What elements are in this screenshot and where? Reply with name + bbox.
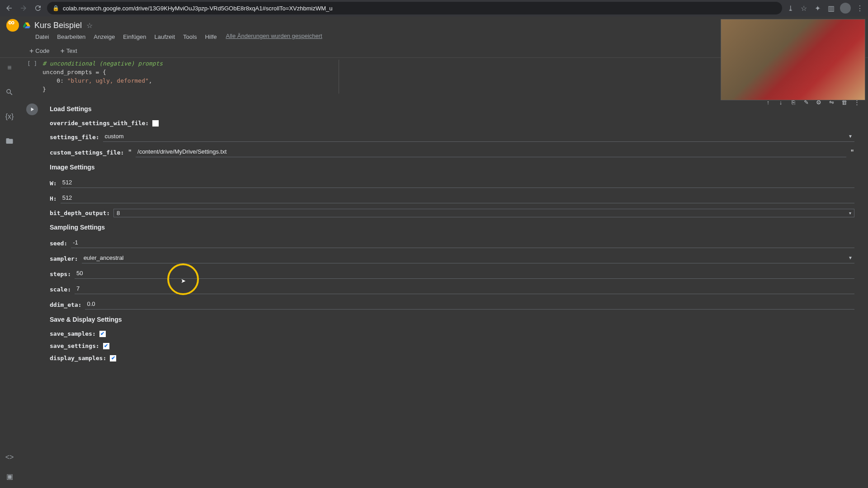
display-samples-label: display_samples: (50, 355, 106, 361)
run-button[interactable] (26, 103, 38, 115)
webcam-overlay (721, 19, 865, 100)
section-sampling-settings: Sampling Settings (41, 220, 863, 235)
code-snippets-icon[interactable]: <> (4, 452, 15, 463)
settings-file-label: settings_file: (50, 134, 99, 141)
ddim-input[interactable] (85, 300, 854, 310)
chevron-down-icon: ▼ (848, 134, 853, 139)
override-checkbox[interactable] (152, 120, 159, 127)
sampler-select[interactable]: euler_ancestral ▼ (82, 253, 854, 263)
custom-file-label: custom_settings_file: (50, 149, 124, 156)
add-text-button[interactable]: +Text (56, 45, 81, 57)
files-icon[interactable] (4, 136, 15, 146)
star-icon[interactable]: ☆ (799, 4, 808, 13)
menu-tools[interactable]: Tools (179, 33, 200, 41)
chevron-down-icon: ▾ (849, 211, 851, 216)
custom-file-input[interactable] (136, 147, 846, 157)
menu-file[interactable]: Datei (32, 33, 52, 41)
browser-toolbar-icons: ⤓ ☆ ✦ ▥ ⋮ (786, 3, 864, 14)
install-icon[interactable]: ⤓ (786, 4, 795, 13)
h-label: H: (50, 195, 57, 202)
toc-icon[interactable]: ≡ (4, 62, 15, 73)
w-label: W: (50, 180, 57, 187)
notebook-area: [ ] # unconditional (negative) prompts u… (19, 58, 868, 488)
menu-insert[interactable]: Einfügen (119, 33, 150, 41)
scale-input[interactable] (75, 284, 854, 294)
sampler-label: sampler: (50, 255, 78, 262)
drive-icon (23, 21, 31, 29)
override-label: override_settings_with_file: (50, 120, 149, 127)
save-settings-label: save_settings: (50, 343, 99, 349)
extensions-icon[interactable]: ✦ (813, 4, 822, 13)
left-rail: ≡ {x} <> ▣ (0, 58, 19, 488)
browser-bar: 🔒 colab.research.google.com/drive/13G9KH… (0, 0, 868, 16)
section-save-settings: Save & Display Settings (41, 312, 863, 328)
side-panel-icon[interactable]: ▥ (826, 4, 835, 13)
star-notebook-icon[interactable]: ☆ (86, 21, 93, 30)
refresh-button[interactable] (33, 3, 43, 14)
steps-label: steps: (50, 271, 71, 277)
seed-input[interactable] (71, 238, 854, 248)
h-input[interactable] (61, 193, 854, 203)
variables-icon[interactable]: {x} (4, 111, 15, 122)
colab-logo-icon (6, 19, 19, 32)
lock-icon: 🔒 (52, 5, 59, 11)
save-samples-checkbox[interactable] (99, 331, 106, 337)
url-bar[interactable]: 🔒 colab.research.google.com/drive/13G9KH… (47, 2, 782, 14)
bit-depth-label: bit_depth_output: (50, 210, 110, 216)
forward-button[interactable] (18, 3, 29, 14)
menu-view[interactable]: Anzeige (90, 33, 118, 41)
code-comment: # unconditional (negative) prompts (42, 60, 163, 67)
menu-help[interactable]: Hilfe (201, 33, 220, 41)
url-text: colab.research.google.com/drive/13G9KHyM… (63, 5, 332, 12)
menu-edit[interactable]: Bearbeiten (53, 33, 89, 41)
chevron-down-icon: ▼ (848, 255, 853, 260)
section-load-settings: Load Settings (41, 102, 863, 117)
add-code-button[interactable]: +Code (25, 45, 54, 57)
browser-menu-icon[interactable]: ⋮ (855, 4, 864, 13)
search-icon[interactable] (4, 87, 15, 98)
code-line: uncond_prompts = { (42, 69, 106, 75)
save-samples-label: save_samples: (50, 330, 96, 337)
save-status: Alle Änderungen wurden gespeichert (226, 33, 322, 41)
w-input[interactable] (61, 178, 854, 188)
scale-label: scale: (50, 286, 71, 293)
menu-runtime[interactable]: Laufzeit (151, 33, 179, 41)
terminal-icon[interactable]: ▣ (4, 471, 15, 482)
bit-depth-select[interactable]: 8 ▾ (113, 209, 854, 217)
seed-label: seed: (50, 240, 67, 247)
profile-avatar[interactable] (840, 3, 851, 14)
back-button[interactable] (4, 3, 14, 14)
settings-file-select[interactable]: custom ▼ (103, 132, 854, 142)
notebook-title[interactable]: Kurs Beispiel (34, 21, 82, 30)
ddim-label: ddim_eta: (50, 301, 81, 308)
section-image-settings: Image Settings (41, 160, 863, 175)
display-samples-checkbox[interactable] (110, 355, 116, 361)
cell-gutter[interactable]: [ ] (24, 60, 42, 94)
steps-input[interactable] (75, 269, 854, 279)
save-settings-checkbox[interactable] (103, 343, 109, 349)
form-cell: ↑ ↓ ⎘ ✎ ⚙ ⇋ 🗑 ⋮ Load Settings override_s… (24, 102, 863, 364)
